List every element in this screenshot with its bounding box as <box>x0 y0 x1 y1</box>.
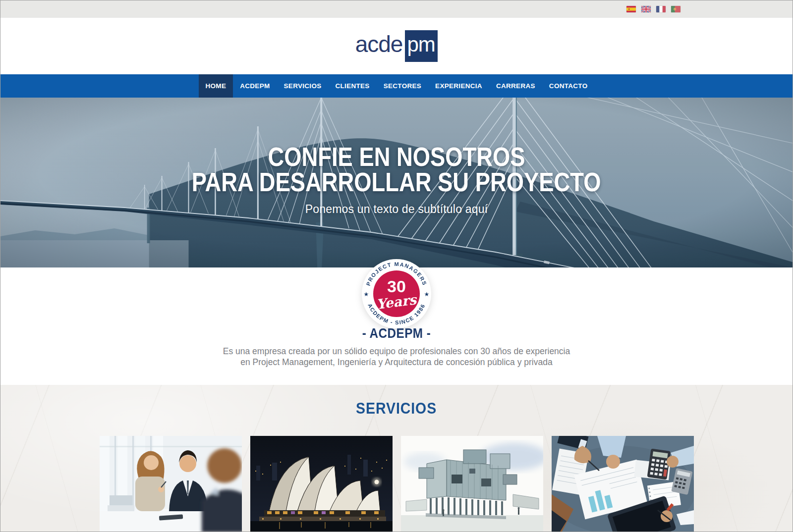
service-image-team-desk-work[interactable] <box>552 436 694 532</box>
flag-portugal-icon[interactable] <box>671 6 680 12</box>
service-image-business-meeting[interactable] <box>100 436 242 532</box>
about-section: PROJECT MANAGERS ACDEPM - SINCE 1986 ★ ★… <box>0 267 793 385</box>
logo-square-text: pm <box>405 34 435 55</box>
service-image-sydney-opera-house[interactable] <box>250 436 393 532</box>
nav-item-clientes[interactable]: CLIENTES <box>329 74 377 98</box>
nav-item-acdepm[interactable]: ACDEPM <box>233 74 277 98</box>
logo-square: pm <box>405 30 438 62</box>
nav-item-carreras[interactable]: CARRERAS <box>489 74 542 98</box>
nav-item-experiencia[interactable]: EXPERIENCIA <box>428 74 489 98</box>
flag-france-icon[interactable] <box>656 6 666 12</box>
badge-star-right: ★ <box>424 291 430 298</box>
services-section: SERVICIOS <box>0 385 793 532</box>
badge-star-left: ★ <box>364 291 369 298</box>
nav-item-servicios[interactable]: SERVICIOS <box>277 74 329 98</box>
main-nav: HOME ACDEPM SERVICIOS CLIENTES SECTORES … <box>0 74 793 98</box>
site-header: acde pm <box>0 18 793 74</box>
flag-united-kingdom-icon[interactable] <box>641 6 651 12</box>
acdepm-logo[interactable]: acde pm <box>355 30 438 62</box>
nav-item-home[interactable]: HOME <box>199 74 233 98</box>
service-cards <box>100 436 694 532</box>
30-years-badge: PROJECT MANAGERS ACDEPM - SINCE 1986 ★ ★… <box>359 257 434 331</box>
nav-item-sectores[interactable]: SECTORES <box>377 74 428 98</box>
service-image-architecture-sketch[interactable] <box>401 436 543 532</box>
hero-banner: CONFIE EN NOSOTROS PARA DESARROLLAR SU P… <box>0 98 793 267</box>
page: acde pm HOME ACDEPM SERVICIOS CLIENTES S… <box>0 0 793 532</box>
hero-title-line1: CONFIE EN NOSOTROS <box>0 144 793 169</box>
flag-spain-icon[interactable] <box>626 6 636 12</box>
services-heading: SERVICIOS <box>0 385 793 418</box>
logo-text: acde <box>355 33 403 55</box>
nav-item-contacto[interactable]: CONTACTO <box>542 74 595 98</box>
top-bar <box>0 0 793 18</box>
hero-title-line2: PARA DESARROLLAR SU PROYECTO <box>0 169 793 195</box>
about-paragraph: Es una empresa creada por un sólido equi… <box>0 346 793 368</box>
hero-subtitle: Ponemos un texto de subtítulo aquí <box>0 203 793 216</box>
hero-text: CONFIE EN NOSOTROS PARA DESARROLLAR SU P… <box>0 98 793 267</box>
